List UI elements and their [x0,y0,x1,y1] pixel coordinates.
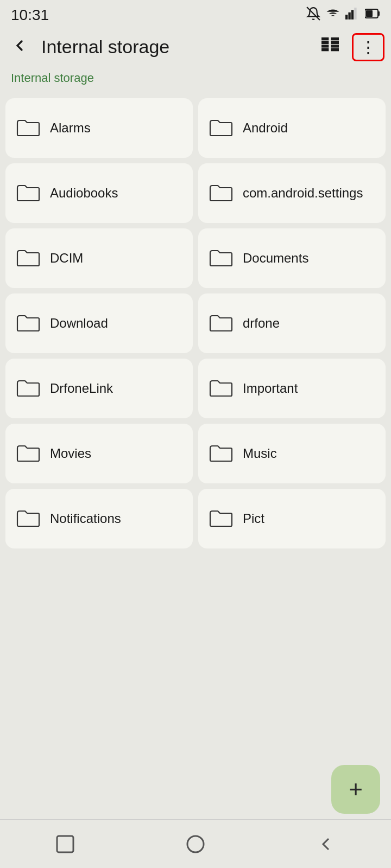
folder-name: Android [243,119,288,136]
svg-rect-16 [57,836,73,852]
top-bar: Internal storage ⋮ [0,28,391,66]
folder-card[interactable]: DCIM [5,228,193,288]
folder-icon [16,118,40,138]
svg-rect-8 [321,37,329,40]
svg-rect-3 [351,10,354,20]
folder-card[interactable]: com.android.settings [198,163,386,223]
folder-name: Alarms [50,119,91,136]
svg-rect-10 [321,44,329,47]
folder-card[interactable]: Android [198,98,386,158]
status-icons [306,7,380,24]
folder-icon [209,314,233,333]
status-bar: 10:31 [0,0,391,28]
battery-icon [365,8,380,22]
svg-rect-7 [366,10,373,17]
folder-grid: Alarms Android Audiobooks com.android.se… [0,93,391,554]
svg-rect-13 [331,41,339,44]
folder-icon [16,444,40,463]
svg-rect-11 [321,48,329,51]
folder-name: drfone [243,315,280,331]
svg-rect-15 [331,48,339,51]
grid-view-button[interactable] [317,33,343,61]
nav-bar [0,819,391,868]
nav-back-button[interactable] [315,833,337,855]
folder-name: com.android.settings [243,184,363,201]
folder-name: Important [243,380,298,397]
svg-rect-14 [331,44,339,47]
folder-card[interactable]: Music [198,424,386,483]
folder-icon [209,183,233,203]
folder-name: Music [243,445,277,462]
folder-icon [209,509,233,528]
svg-rect-1 [345,15,348,20]
folder-card[interactable]: Movies [5,424,193,483]
folder-card[interactable]: Documents [198,228,386,288]
folder-icon [16,509,40,528]
folder-name: Pict [243,510,264,527]
page-title: Internal storage [41,36,308,58]
folder-name: Download [50,315,108,331]
folder-card[interactable]: Audiobooks [5,163,193,223]
folder-name: Notifications [50,510,121,527]
folder-name: Movies [50,445,91,462]
fab-add-button[interactable]: + [331,765,380,814]
folder-card[interactable]: Pict [198,489,386,548]
folder-card[interactable]: Important [198,359,386,418]
folder-name: Audiobooks [50,184,118,201]
svg-rect-12 [331,37,339,40]
folder-icon [16,183,40,203]
svg-rect-2 [348,12,350,20]
folder-icon [209,118,233,138]
svg-rect-4 [354,8,356,20]
svg-rect-9 [321,41,329,44]
folder-name: DrfoneLink [50,380,113,397]
signal-icon [345,8,360,23]
back-button[interactable] [7,33,33,61]
breadcrumb: Internal storage [0,66,391,93]
svg-rect-6 [378,11,380,16]
nav-home-button[interactable] [185,833,206,855]
plus-icon: + [349,777,363,801]
svg-line-0 [307,7,320,20]
folder-name: Documents [243,250,308,266]
folder-icon [16,379,40,398]
folder-icon [209,379,233,398]
folder-icon [16,248,40,268]
folder-card[interactable]: drfone [198,293,386,353]
folder-icon [209,444,233,463]
more-options-button[interactable]: ⋮ [352,33,384,61]
folder-icon [209,248,233,268]
folder-icon [16,314,40,333]
breadcrumb-text: Internal storage [11,71,94,85]
nav-recents-button[interactable] [54,833,76,855]
mute-icon [306,7,320,24]
folder-card[interactable]: Alarms [5,98,193,158]
folder-card[interactable]: Download [5,293,193,353]
wifi-icon [326,7,340,24]
status-time: 10:31 [11,7,49,24]
folder-card[interactable]: DrfoneLink [5,359,193,418]
folder-card[interactable]: Notifications [5,489,193,548]
svg-point-17 [187,836,204,852]
folder-name: DCIM [50,250,83,266]
